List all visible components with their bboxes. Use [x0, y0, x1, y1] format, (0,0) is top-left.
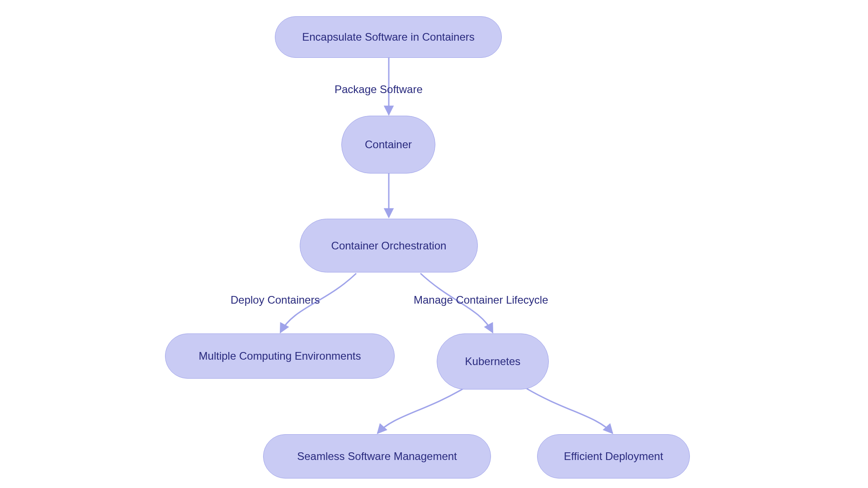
node-container-label: Container — [365, 138, 412, 151]
edge-label-deploy-containers-text: Deploy Containers — [231, 294, 320, 306]
edge-label-manage-lifecycle: Manage Container Lifecycle — [414, 294, 548, 306]
node-kubernetes-label: Kubernetes — [465, 355, 521, 368]
node-kubernetes: Kubernetes — [437, 333, 549, 389]
edge-label-package-software: Package Software — [335, 83, 423, 96]
node-efficient-label: Efficient Deployment — [564, 450, 663, 463]
node-seamless: Seamless Software Management — [263, 434, 491, 479]
node-encapsulate-label: Encapsulate Software in Containers — [302, 31, 475, 43]
edge-label-deploy-containers: Deploy Containers — [231, 294, 320, 306]
node-encapsulate: Encapsulate Software in Containers — [275, 16, 502, 58]
edge-label-package-software-text: Package Software — [335, 83, 423, 95]
diagram-canvas: Encapsulate Software in Containers Conta… — [0, 0, 868, 488]
edge-kubernetes-efficient — [527, 389, 613, 433]
node-orchestration-label: Container Orchestration — [331, 239, 447, 252]
node-seamless-label: Seamless Software Management — [297, 450, 457, 463]
node-container: Container — [341, 116, 435, 174]
node-multiple-env: Multiple Computing Environments — [165, 333, 395, 379]
node-efficient: Efficient Deployment — [537, 434, 690, 479]
edge-kubernetes-seamless — [377, 389, 463, 433]
node-multiple-env-label: Multiple Computing Environments — [199, 350, 361, 362]
edge-label-manage-lifecycle-text: Manage Container Lifecycle — [414, 294, 548, 306]
node-orchestration: Container Orchestration — [300, 219, 478, 272]
